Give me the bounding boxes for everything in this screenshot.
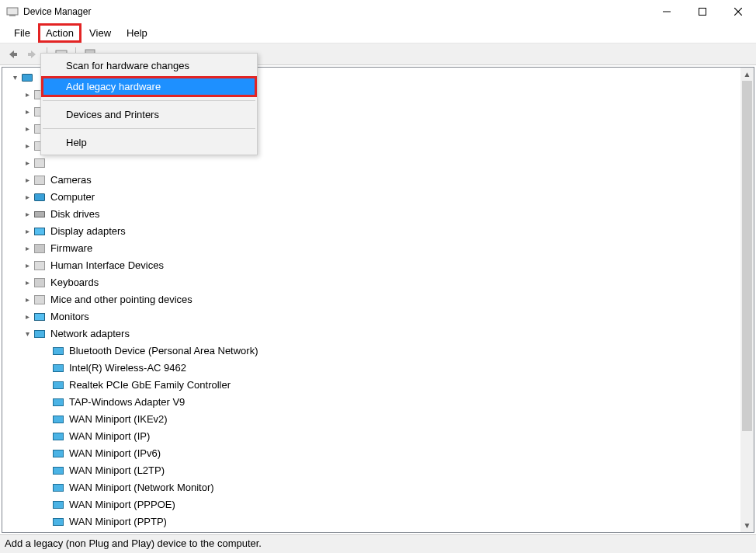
dropdown-item[interactable]: Help [41,132,257,153]
maximize-button[interactable] [685,0,720,23]
tree-row[interactable]: Realtek PCIe GbE Family Controller [5,377,754,394]
network-adapter-icon [52,396,64,409]
dropdown-item[interactable]: Add legacy hardware [41,76,257,97]
menubar: File Action View Help [0,23,756,43]
tree-row[interactable]: WAN Miniport (Network Monitor) [5,479,754,496]
menu-action[interactable]: Action [38,23,81,43]
dropdown-item[interactable]: Scan for hardware changes [41,55,257,76]
expander-icon[interactable]: ▸ [21,120,33,137]
expander-icon[interactable]: ▸ [21,223,33,240]
action-dropdown: Scan for hardware changesAdd legacy hard… [40,53,258,155]
window-controls [649,0,756,23]
tree-row[interactable]: WAN Miniport (IKEv2) [5,411,754,428]
tree-row[interactable]: ▸Firmware [5,240,754,257]
network-icon [33,328,46,340]
dropdown-separator [43,100,255,101]
expander-icon[interactable]: ▾ [9,69,21,86]
tree-row[interactable]: WAN Miniport (IP) [5,428,754,445]
tree-row[interactable]: ▸Computer [5,189,754,206]
menu-help[interactable]: Help [119,23,155,43]
network-adapter-icon [52,516,64,528]
statusbar-text: Add a legacy (non Plug and Play) device … [5,537,262,549]
expander-icon[interactable]: ▸ [21,172,33,189]
tree-node-label: Intel(R) Wireless-AC 9462 [68,360,188,377]
expander-icon[interactable]: ▸ [21,155,33,172]
app-icon [6,5,19,18]
tree-row[interactable]: ▸Mice and other pointing devices [5,291,754,308]
monitor-icon [33,311,46,323]
scroll-thumb[interactable] [742,81,752,431]
tree-node-label: Human Interface Devices [49,257,165,274]
tree-row[interactable]: ▸Cameras [5,172,754,189]
tree-node-label: WAN Miniport (Network Monitor) [68,479,216,496]
tree-node-label: WAN Miniport (PPTP) [68,513,168,530]
scroll-down-arrow[interactable]: ▼ [740,519,754,532]
tree-row[interactable]: ▾Network adapters [5,325,754,343]
expander-icon[interactable]: ▸ [21,257,33,274]
camera-icon [33,174,46,186]
tree-node-label: Firmware [49,240,94,257]
tree-node-label: Bluetooth Device (Personal Area Network) [68,343,260,360]
tree-node-label: Mice and other pointing devices [49,291,194,308]
tree-node-label: Display adapters [49,223,127,240]
statusbar: Add a legacy (non Plug and Play) device … [0,534,756,553]
tree-node-label: WAN Miniport (IP) [68,428,151,445]
network-adapter-icon [52,447,64,460]
expander-icon[interactable]: ▾ [21,325,33,343]
tree-node-label: WAN Miniport (IKEv2) [68,411,169,428]
minimize-button[interactable] [649,0,685,23]
close-button[interactable] [720,0,756,23]
tree-row[interactable]: ▸Disk drives [5,206,754,223]
expander-icon[interactable]: ▸ [21,240,33,257]
tree-row[interactable]: ▸ [5,155,754,172]
device-icon [33,157,46,169]
tree-row[interactable]: WAN Miniport (SSTP) [5,530,754,533]
titlebar: Device Manager [0,0,756,23]
tree-row[interactable]: ▸Keyboards [5,274,754,291]
network-adapter-icon [52,430,64,443]
back-button[interactable] [3,45,22,64]
tree-node-label: TAP-Windows Adapter V9 [68,394,186,411]
expander-icon[interactable]: ▸ [21,308,33,325]
tree-row[interactable]: ▸Display adapters [5,223,754,240]
tree-node-label: WAN Miniport (PPPOE) [68,496,177,513]
expander-icon[interactable]: ▸ [21,189,33,206]
mouse-icon [33,294,46,306]
scroll-track[interactable] [740,81,754,519]
tree-row[interactable]: WAN Miniport (PPTP) [5,513,754,530]
expander-icon[interactable]: ▸ [21,86,33,103]
tree-row[interactable]: ▸Monitors [5,308,754,325]
firmware-icon [33,242,46,255]
expander-icon[interactable]: ▸ [21,137,33,155]
menu-view[interactable]: View [81,23,119,43]
svg-rect-0 [7,8,18,15]
tree-row[interactable]: TAP-Windows Adapter V9 [5,394,754,411]
tree-node-label: WAN Miniport (L2TP) [68,462,166,479]
scrollbar-vertical[interactable]: ▲ ▼ [740,68,754,532]
computer-icon [21,71,33,84]
expander-icon[interactable]: ▸ [21,291,33,308]
tree-node-label: Keyboards [49,274,100,291]
tree-row[interactable]: WAN Miniport (L2TP) [5,462,754,479]
expander-icon[interactable]: ▸ [21,274,33,291]
network-adapter-icon [52,413,64,426]
tree-node-label: WAN Miniport (IPv6) [68,445,162,462]
tree-row[interactable]: Bluetooth Device (Personal Area Network) [5,343,754,360]
dropdown-item[interactable]: Devices and Printers [41,104,257,125]
tree-row[interactable]: WAN Miniport (PPPOE) [5,496,754,513]
menu-file[interactable]: File [6,23,38,43]
display-icon [33,225,46,238]
forward-button[interactable] [23,45,42,64]
scroll-up-arrow[interactable]: ▲ [740,68,754,81]
tree-node-label: Cameras [49,172,93,189]
expander-icon[interactable]: ▸ [21,103,33,120]
tree-row[interactable]: ▸Human Interface Devices [5,257,754,274]
tree-node-label: Realtek PCIe GbE Family Controller [68,377,232,394]
network-adapter-icon [52,464,64,477]
tree-row[interactable]: Intel(R) Wireless-AC 9462 [5,360,754,377]
computer-icon [33,191,46,203]
network-adapter-icon [52,482,64,494]
tree-row[interactable]: WAN Miniport (IPv6) [5,445,754,462]
expander-icon[interactable]: ▸ [21,206,33,223]
svg-rect-1 [9,15,16,16]
